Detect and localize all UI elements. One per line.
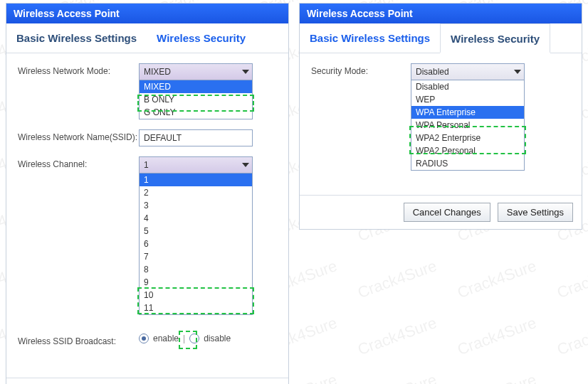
tabs: Basic Wireless Settings Wireless Securit… <box>300 23 582 53</box>
option[interactable]: 5 <box>140 225 252 238</box>
label-security-mode: Security Mode: <box>311 63 411 76</box>
channel-select[interactable]: 1 1234567891011 <box>139 156 253 315</box>
button-bar: Cancel Changes Save Settings <box>6 378 288 384</box>
option[interactable]: B ONLY <box>140 93 252 106</box>
option[interactable]: 4 <box>140 212 252 225</box>
security-mode-select[interactable]: Disabled DisabledWEPWPA EnterpriseWPA Pe… <box>411 63 525 171</box>
label-ssid: Wireless Network Name(SSID): <box>18 129 139 142</box>
network-mode-selected: MIXED <box>144 67 171 77</box>
panel-title: Wireless Access Point <box>6 4 288 23</box>
option[interactable]: RADIUS <box>411 157 524 170</box>
cancel-button[interactable]: Cancel Changes <box>404 203 490 222</box>
option[interactable]: WPA2 Personal <box>411 144 524 157</box>
tab-wireless-security[interactable]: Wireless Security <box>147 23 256 53</box>
security-mode-selected: Disabled <box>416 67 449 77</box>
option[interactable]: 3 <box>140 199 252 212</box>
radio-enable[interactable] <box>139 334 149 343</box>
ssid-value[interactable]: DEFAULT <box>139 129 253 146</box>
label-broadcast: Wireless SSID Broadcast: <box>18 334 139 346</box>
chevron-down-icon <box>242 70 249 74</box>
button-bar: Cancel Changes Save Settings <box>300 195 582 229</box>
option[interactable]: G ONLY <box>140 106 252 119</box>
radio-enable-label: enable <box>153 334 179 343</box>
option[interactable]: 8 <box>140 263 252 276</box>
security-mode-options[interactable]: DisabledWEPWPA EnterpriseWPA PersonalWPA… <box>411 80 525 171</box>
radio-disable[interactable] <box>189 334 199 343</box>
option[interactable]: 2 <box>140 186 252 199</box>
network-mode-options[interactable]: MIXEDB ONLYG ONLY <box>139 80 253 119</box>
chevron-down-icon <box>514 70 521 74</box>
network-mode-select[interactable]: MIXED MIXEDB ONLYG ONLY <box>139 63 253 119</box>
content-basic: Wireless Network Mode: MIXED MIXEDB ONLY… <box>6 53 288 378</box>
channel-options[interactable]: 1234567891011 <box>139 174 253 315</box>
content-security: Security Mode: Disabled DisabledWEPWPA E… <box>300 53 582 195</box>
option[interactable]: 11 <box>140 302 252 314</box>
option[interactable]: WPA2 Enterprise <box>411 132 524 144</box>
panel-wireless-security: Wireless Access Point Basic Wireless Set… <box>299 3 582 230</box>
option[interactable]: WPA Personal <box>411 119 524 132</box>
save-button[interactable]: Save Settings <box>498 203 573 222</box>
tab-wireless-security[interactable]: Wireless Security <box>440 23 550 53</box>
channel-selected: 1 <box>144 160 149 170</box>
ssid-input[interactable]: DEFAULT <box>139 129 253 146</box>
option[interactable]: 10 <box>140 289 252 302</box>
label-network-mode: Wireless Network Mode: <box>18 63 139 76</box>
radio-disable-label: disable <box>204 334 231 343</box>
tabs: Basic Wireless Settings Wireless Securit… <box>6 23 288 53</box>
tab-basic-settings[interactable]: Basic Wireless Settings <box>300 23 440 53</box>
option[interactable]: Disabled <box>411 80 524 93</box>
label-channel: Wireless Channel: <box>18 156 139 169</box>
option[interactable]: 6 <box>140 238 252 250</box>
option[interactable]: 9 <box>140 276 252 289</box>
option[interactable]: 7 <box>140 250 252 263</box>
option[interactable]: WEP <box>411 93 524 106</box>
option[interactable]: MIXED <box>140 80 252 93</box>
tab-basic-settings[interactable]: Basic Wireless Settings <box>6 23 147 53</box>
option[interactable]: WPA Enterprise <box>411 106 524 119</box>
broadcast-radio-group: enable | disable <box>139 334 231 343</box>
panel-title: Wireless Access Point <box>300 4 582 23</box>
option[interactable]: 1 <box>140 174 252 186</box>
chevron-down-icon <box>242 163 249 167</box>
panel-basic-settings: Wireless Access Point Basic Wireless Set… <box>6 3 289 384</box>
